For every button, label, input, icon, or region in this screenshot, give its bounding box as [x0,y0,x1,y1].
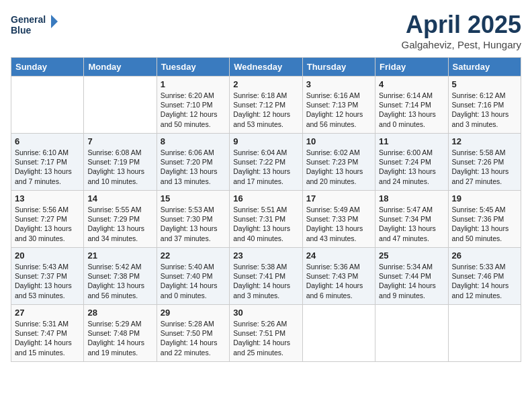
day-number: 12 [452,136,517,146]
day-info: Sunset: 7:29 PM [87,214,152,224]
day-info: Sunrise: 6:12 AM [452,91,517,100]
day-info: Sunrise: 6:14 AM [379,91,444,100]
day-number: 5 [452,79,517,89]
day-info: Sunrise: 5:29 AM [87,319,152,328]
day-info: Daylight: 14 hours [15,338,80,347]
calendar-cell: 11Sunrise: 6:00 AMSunset: 7:24 PMDayligh… [375,134,448,191]
day-info: Sunrise: 5:38 AM [233,262,298,271]
calendar-cell: 5Sunrise: 6:12 AMSunset: 7:16 PMDaylight… [448,77,521,134]
day-info: Sunrise: 6:08 AM [87,148,152,157]
day-number: 15 [161,193,226,203]
calendar-table: SundayMondayTuesdayWednesdayThursdayFrid… [11,57,521,362]
calendar-cell: 12Sunrise: 5:58 AMSunset: 7:26 PMDayligh… [448,134,521,191]
day-info: Daylight: 13 hours [233,167,298,176]
day-info: Sunset: 7:51 PM [233,328,298,338]
day-info: Sunrise: 5:47 AM [379,205,444,214]
day-info: Sunset: 7:43 PM [306,271,371,281]
day-info: Sunrise: 5:45 AM [452,205,517,214]
calendar-cell: 1Sunrise: 6:20 AMSunset: 7:10 PMDaylight… [157,77,229,134]
svg-marker-2 [51,15,58,28]
day-info: and 6 minutes. [306,291,371,300]
day-info: Sunrise: 5:33 AM [452,262,517,271]
day-number: 20 [15,250,80,261]
page-header: General Blue April 2025 Galgaheviz, Pest… [11,11,521,50]
day-number: 14 [87,193,152,203]
day-info: Daylight: 12 hours [161,109,226,119]
day-info: and 50 minutes. [452,234,517,243]
day-info: Daylight: 13 hours [87,281,152,290]
svg-text:General: General [11,14,46,25]
month-title: April 2025 [402,11,521,39]
day-number: 13 [15,193,80,203]
day-info: Daylight: 14 hours [161,338,226,347]
day-info: Sunset: 7:30 PM [161,214,226,224]
day-info: Daylight: 13 hours [379,224,444,233]
day-info: Sunset: 7:50 PM [161,328,226,338]
day-info: Sunrise: 5:40 AM [161,262,226,271]
day-info: Sunrise: 6:06 AM [161,148,226,157]
day-info: Daylight: 14 hours [306,281,371,290]
calendar-cell [84,77,157,134]
day-info: Daylight: 13 hours [452,224,517,233]
logo: General Blue [11,11,58,40]
day-info: Sunset: 7:14 PM [379,100,444,109]
calendar-cell: 16Sunrise: 5:51 AMSunset: 7:31 PMDayligh… [230,191,302,248]
day-info: Sunset: 7:16 PM [452,100,517,109]
calendar-cell: 29Sunrise: 5:28 AMSunset: 7:50 PMDayligh… [157,305,229,362]
calendar-cell: 6Sunrise: 6:10 AMSunset: 7:17 PMDaylight… [11,134,84,191]
day-info: Sunset: 7:10 PM [161,100,226,109]
day-info: Daylight: 13 hours [161,224,226,233]
day-info: and 19 minutes. [87,348,152,357]
day-info: and 56 minutes. [87,291,152,300]
day-info: and 30 minutes. [15,234,80,243]
day-info: Sunrise: 5:28 AM [161,319,226,328]
day-info: and 37 minutes. [161,234,226,243]
day-info: Daylight: 14 hours [87,338,152,347]
day-info: Daylight: 13 hours [452,167,517,176]
svg-text:Blue: Blue [11,25,32,36]
day-info: Sunrise: 6:16 AM [306,91,371,100]
day-info: and 15 minutes. [15,348,80,357]
day-info: Sunset: 7:47 PM [15,328,80,338]
day-info: Sunset: 7:26 PM [452,157,517,167]
day-info: Sunrise: 5:53 AM [161,205,226,214]
day-number: 8 [161,136,226,146]
day-number: 4 [379,79,444,89]
day-info: Sunset: 7:22 PM [233,157,298,167]
calendar-cell: 23Sunrise: 5:38 AMSunset: 7:41 PMDayligh… [230,248,302,305]
day-info: Sunrise: 5:49 AM [306,205,371,214]
day-info: Sunrise: 5:26 AM [233,319,298,328]
day-number: 19 [452,193,517,203]
day-number: 1 [161,79,226,89]
day-info: Daylight: 13 hours [452,109,517,119]
day-info: and 25 minutes. [233,348,298,357]
day-number: 18 [379,193,444,203]
day-info: Daylight: 14 hours [452,281,517,290]
day-info: and 24 minutes. [379,177,444,186]
day-info: Daylight: 14 hours [379,281,444,290]
weekday-header-wednesday: Wednesday [230,58,302,77]
day-info: Sunrise: 5:56 AM [15,205,80,214]
logo-svg: General Blue [11,11,58,40]
day-info: Daylight: 13 hours [87,224,152,233]
location-subtitle: Galgaheviz, Pest, Hungary [402,39,521,50]
day-info: Daylight: 13 hours [15,167,80,176]
day-info: and 3 minutes. [452,120,517,129]
day-info: and 7 minutes. [15,177,80,186]
day-number: 24 [306,250,371,261]
weekday-header-thursday: Thursday [302,58,375,77]
calendar-cell: 3Sunrise: 6:16 AMSunset: 7:13 PMDaylight… [302,77,375,134]
day-number: 22 [161,250,226,261]
calendar-cell [11,77,84,134]
day-info: Sunset: 7:38 PM [87,271,152,281]
calendar-cell: 28Sunrise: 5:29 AMSunset: 7:48 PMDayligh… [84,305,157,362]
day-info: Sunset: 7:33 PM [306,214,371,224]
calendar-cell: 18Sunrise: 5:47 AMSunset: 7:34 PMDayligh… [375,191,448,248]
day-info: Daylight: 13 hours [306,167,371,176]
day-info: Sunrise: 5:36 AM [306,262,371,271]
day-info: and 0 minutes. [161,291,226,300]
calendar-cell: 22Sunrise: 5:40 AMSunset: 7:40 PMDayligh… [157,248,229,305]
day-info: Sunrise: 6:20 AM [161,91,226,100]
day-info: Sunset: 7:27 PM [15,214,80,224]
weekday-header-tuesday: Tuesday [157,58,229,77]
